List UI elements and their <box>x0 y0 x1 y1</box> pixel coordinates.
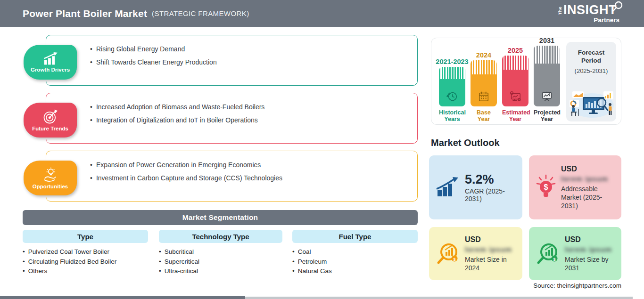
fuel-item-1: Coal <box>298 247 311 257</box>
bar-caption: Estimated Year <box>502 109 528 122</box>
base-year-bar: 2024 <box>471 51 497 106</box>
bar-body <box>439 79 465 106</box>
bullet-dot: • <box>90 161 92 170</box>
list-item: •Supercritical <box>159 257 282 267</box>
column-header: Technology Type <box>159 230 282 243</box>
research-timeline-card: 2021-2023 2024 <box>431 38 621 125</box>
estimated-year-bar: 2025 <box>502 47 528 106</box>
bar-caption: Historical Years <box>439 109 465 122</box>
logo-insight-text: INSIGHT <box>563 4 617 16</box>
cagr-label: CAGR (2025-2031) <box>465 187 516 202</box>
bullet-dot: • <box>292 247 295 257</box>
segmentation-title-bar: Market Segmentation <box>23 210 418 225</box>
redacted-market-value: lorem ipsum <box>565 245 615 253</box>
list-item: •Investment in Carbon Capture and Storag… <box>90 174 408 183</box>
page-title: Power Plant Boiler Market <box>23 8 147 19</box>
forecast-range: (2025-2031) <box>575 67 608 74</box>
card-label: Market Size in 2024 <box>465 255 516 272</box>
historical-years-bar: 2021-2023 <box>439 58 465 106</box>
list-item: •Subcritical <box>159 247 282 257</box>
bulb-dollar-icon: $ <box>536 174 556 201</box>
bulb-hand-icon <box>42 167 58 182</box>
list-item: •Rising Global Energy Demand <box>90 45 408 54</box>
footer-accent-bar-dark <box>0 296 245 299</box>
growth-drivers-box: •Rising Global Energy Demand •Shift Towa… <box>46 35 418 86</box>
tech-item-3: Ultra-critical <box>165 267 198 276</box>
bar-body <box>502 70 528 106</box>
growth-driver-2: Shift Towards Cleaner Energy Production <box>96 58 217 67</box>
bar-body <box>471 74 497 106</box>
opportunities-box: •Expansion of Power Generation in Emergi… <box>46 151 418 202</box>
bullet-dot: • <box>90 103 92 112</box>
svg-text:$: $ <box>544 183 548 191</box>
list-item: •Circulating Fluidized Bed Boiler <box>23 257 148 267</box>
year-label: 2025 <box>508 47 523 54</box>
header-bar: Power Plant Boiler Market (STRATEGIC FRA… <box>0 0 644 27</box>
type-item-2: Circulating Fluidized Bed Boiler <box>28 257 117 267</box>
future-trend-2: Integration of Digitalization and IoT in… <box>96 116 258 125</box>
page-subtitle: (STRATEGIC FRAMEWORK) <box>152 9 249 17</box>
addressable-market-card: $ USD lorem ipsum Addressable Market (20… <box>529 155 621 219</box>
projected-year-bar: 2031 <box>534 37 560 106</box>
year-label: 2021-2023 <box>436 58 468 65</box>
projection-screen-icon <box>540 90 553 103</box>
future-trend-1: Increased Adoption of Biomass and Waste-… <box>96 103 264 112</box>
currency-label: USD <box>561 165 615 173</box>
list-item: •Pulverized Coal Tower Boiler <box>23 247 148 257</box>
clock-history-icon <box>446 90 458 103</box>
logo-the-text: The <box>559 7 563 15</box>
market-outlook-title: Market Outlook <box>431 137 500 148</box>
bar-stripes <box>502 56 528 70</box>
fuel-item-3: Natural Gas <box>298 267 332 276</box>
magnifier-chart-icon: $ <box>436 242 460 266</box>
logo-partners-text: Partners <box>556 17 619 24</box>
tech-item-2: Supercritical <box>165 257 199 267</box>
bullet-dot: • <box>292 257 295 267</box>
card-label: Market Size by 2031 <box>565 255 615 272</box>
segmentation-title: Market Segmentation <box>182 213 258 222</box>
bar-stripes <box>534 46 560 64</box>
bullet-dot: • <box>159 267 161 276</box>
source-attribution: Source: theinsightpartners.com <box>533 282 621 289</box>
segmentation-column-fuel: Fuel Type •Coal •Petroleum •Natural Gas <box>292 230 418 276</box>
forecast-title: Forecast Period <box>574 48 608 65</box>
year-label: 2031 <box>539 37 554 44</box>
forecast-period-panel: Forecast Period (2025-2031) <box>566 42 616 121</box>
market-size-2031-card: $ USD lorem ipsum Market Size by 2031 <box>529 227 621 280</box>
growth-drivers-badge: Growth Drivers <box>24 45 77 80</box>
year-label: 2024 <box>476 51 491 59</box>
badge-label: Opportunities <box>33 184 68 189</box>
market-size-2024-card: $ USD lorem ipsum Market Size in 2024 <box>429 227 522 280</box>
bar-stripes <box>471 60 497 74</box>
list-item: •Increased Adoption of Biomass and Waste… <box>90 103 408 112</box>
svg-text:$: $ <box>453 257 455 261</box>
bullet-dot: • <box>90 174 92 183</box>
redacted-market-value: lorem ipsum <box>561 175 615 183</box>
footer-accent-bar-light <box>245 297 633 299</box>
card-label: Addressable Market (2025-2031) <box>561 185 615 210</box>
list-item: •Shift Towards Cleaner Energy Production <box>90 58 408 67</box>
opportunity-1: Expansion of Power Generation in Emergin… <box>96 161 261 170</box>
segmentation-column-type: Type •Pulverized Coal Tower Boiler •Circ… <box>23 230 148 276</box>
growth-bars-arrow-icon <box>436 177 460 198</box>
list-item: •Coal <box>292 247 418 257</box>
bullet-dot: • <box>90 45 92 54</box>
cagr-value: 5.2% <box>465 172 516 186</box>
list-item: •Expansion of Power Generation in Emergi… <box>90 161 408 170</box>
bullet-dot: • <box>90 58 92 67</box>
bullet-dot: • <box>23 257 25 267</box>
magnifier-icon <box>612 1 623 13</box>
growth-chart-icon <box>41 52 60 65</box>
list-item: •Others <box>23 267 148 276</box>
bullet-dot: • <box>292 267 295 276</box>
timeline-bars: 2021-2023 2024 <box>439 37 560 106</box>
bar-stripes <box>439 67 465 79</box>
target-icon <box>42 109 58 124</box>
svg-text:$: $ <box>553 257 555 261</box>
bar-caption: Projected Year <box>534 109 560 122</box>
opportunities-badge: Opportunities <box>24 161 77 195</box>
future-trends-box: •Increased Adoption of Biomass and Waste… <box>46 93 418 144</box>
bar-body <box>534 64 560 106</box>
fuel-item-2: Petroleum <box>298 257 327 267</box>
redacted-market-value: lorem ipsum <box>465 245 516 253</box>
